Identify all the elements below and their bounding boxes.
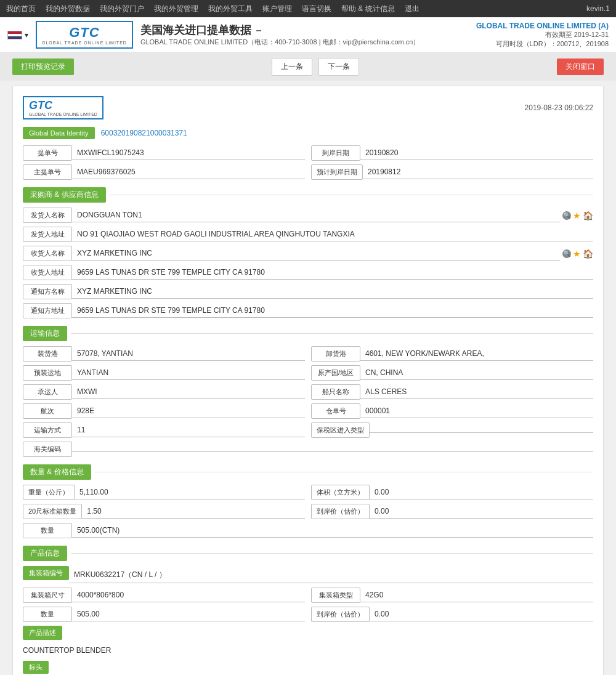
quantity-label: 数量 bbox=[23, 523, 72, 538]
nav-language[interactable]: 语言切换 bbox=[302, 1, 331, 17]
container-no-value: 000001 bbox=[360, 404, 593, 418]
consignee-home-icon[interactable]: 🏠 bbox=[583, 249, 593, 259]
user-info: kevin.1 bbox=[586, 4, 610, 13]
customs-code-value bbox=[72, 447, 593, 452]
header-title-area: 美国海关进口提单数据 － GLOBAL TRADE ONLINE LIMITED… bbox=[140, 23, 420, 47]
shipper-addr-label: 发货人地址 bbox=[23, 227, 72, 242]
title-dash: － bbox=[253, 24, 264, 36]
container-size-pair: 集装箱尺寸 4000*806*800 bbox=[23, 588, 305, 603]
shipper-star-icon[interactable]: ★ bbox=[573, 211, 581, 220]
quantity-section-title: 数量 & 价格信息 bbox=[23, 464, 91, 480]
title-text: 美国海关进口提单数据 bbox=[140, 24, 251, 36]
nav-help[interactable]: 帮助 & 统计信息 bbox=[341, 1, 395, 17]
main-content-card: GTC GLOBAL TRADE ONLINE LIMITED 2019-08-… bbox=[12, 86, 604, 675]
nav-tools[interactable]: 我的外贸工具 bbox=[208, 1, 253, 17]
loading-port-value: 57078, YANTIAN bbox=[72, 347, 305, 361]
trans-from-label: 预装运地 bbox=[23, 365, 72, 381]
transport-section-header: 运输信息 bbox=[23, 326, 593, 341]
std-container-value: 1.50 bbox=[82, 504, 305, 519]
flag-dropdown-icon[interactable]: ▾ bbox=[25, 31, 28, 39]
us-flag bbox=[7, 31, 22, 39]
loading-port-pair: 装货港 57078, YANTIAN bbox=[23, 346, 305, 362]
nav-logout[interactable]: 退出 bbox=[405, 1, 419, 17]
shipper-name-row: 发货人名称 DONGGUAN TON1 🔍 ★ 🏠 bbox=[23, 208, 593, 223]
transport-mode-value: 11 bbox=[72, 423, 305, 437]
nav-management[interactable]: 我的外贸管理 bbox=[154, 1, 198, 17]
consignee-icons: 🔍 ★ 🏠 bbox=[562, 249, 593, 259]
origin-label: 原产国/地区 bbox=[311, 365, 360, 381]
nav-home[interactable]: 我的首页 bbox=[6, 1, 36, 17]
supplier-section-line bbox=[110, 195, 593, 195]
origin-pair: 原产国/地区 CN, CHINA bbox=[311, 365, 593, 381]
volume-pair: 体积（立方米） 0.00 bbox=[311, 485, 593, 500]
global-data-identity-label: Global Data Identity bbox=[23, 127, 95, 139]
container-type-pair: 集装箱类型 42G0 bbox=[311, 588, 593, 603]
product-desc-value-row: COUNTERTOP BLENDER bbox=[23, 644, 593, 657]
weight-volume-row: 重量（公斤） 5,110.00 体积（立方米） 0.00 bbox=[23, 485, 593, 500]
bill-row: 提单号 MXWIFCL19075243 到岸日期 20190820 bbox=[23, 145, 593, 161]
weight-pair: 重量（公斤） 5,110.00 bbox=[23, 485, 305, 500]
port-row: 装货港 57078, YANTIAN 卸货港 4601, NEW YORK/NE… bbox=[23, 346, 593, 362]
arrival-date-pair: 到岸日期 20190820 bbox=[311, 145, 593, 161]
carrier-value: MXWI bbox=[72, 385, 305, 399]
contact-info: GLOBAL TRADE ONLINE LIMITED（电话：400-710-3… bbox=[140, 38, 420, 47]
transport-section-line bbox=[71, 333, 593, 334]
notify-name-value: XYZ MARKETING INC bbox=[72, 285, 593, 299]
product-section-title: 产品信息 bbox=[23, 546, 67, 561]
logo-text: GTC bbox=[69, 25, 99, 41]
card-date: 2019-08-23 09:06:22 bbox=[525, 103, 593, 112]
quantity-value: 505.00(CTN) bbox=[72, 523, 593, 538]
transport-mode-pair: 运输方式 11 bbox=[23, 422, 305, 438]
product-section-header: 产品信息 bbox=[23, 546, 593, 561]
language-selector[interactable]: ▾ bbox=[7, 31, 28, 39]
card-logo-sub: GLOBAL TRADE ONLINE LIMITED bbox=[29, 112, 97, 116]
shipper-search-icon[interactable]: 🔍 bbox=[562, 211, 571, 220]
loading-port-label: 装货港 bbox=[23, 346, 72, 362]
volume-label: 体积（立方米） bbox=[311, 485, 370, 500]
discharge-port-pair: 卸货港 4601, NEW YORK/NEWARK AREA, bbox=[311, 346, 593, 362]
consignee-name-value: XYZ MARKETING INC bbox=[72, 246, 560, 261]
ldr-info: 可用时段（LDR）：200712、201908 bbox=[476, 39, 609, 49]
site-logo[interactable]: GTC GLOBAL TRADE ONLINE LIMITED bbox=[36, 21, 133, 49]
carrier-vessel-row: 承运人 MXWI 船只名称 ALS CERES bbox=[23, 384, 593, 400]
nav-account[interactable]: 账户管理 bbox=[262, 1, 292, 17]
container-type-value: 42G0 bbox=[360, 588, 593, 602]
arrival-price-pair: 到岸价（估价） 0.00 bbox=[311, 504, 593, 519]
voyage-pair: 航次 928E bbox=[23, 403, 305, 419]
product-qty-label: 数量 bbox=[23, 607, 72, 622]
consignee-name-row: 收货人名称 XYZ MARKETING INC 🔍 ★ 🏠 bbox=[23, 246, 593, 261]
logo-subtext: GLOBAL TRADE ONLINE LIMITED bbox=[42, 41, 127, 45]
bonded-value bbox=[370, 427, 593, 433]
company-name: GLOBAL TRADE ONLINE LIMITED (A) bbox=[476, 22, 609, 30]
nav-trade-data[interactable]: 我的外贸数据 bbox=[46, 1, 90, 17]
transport-mode-label: 运输方式 bbox=[23, 422, 72, 438]
close-button[interactable]: 关闭窗口 bbox=[557, 59, 604, 75]
std-container-pair: 20尺标准箱数量 1.50 bbox=[23, 504, 305, 519]
page-title: 美国海关进口提单数据 － bbox=[140, 23, 420, 38]
consignee-addr-label: 收货人地址 bbox=[23, 265, 72, 280]
arrival-date-value: 20190820 bbox=[360, 146, 593, 160]
notify-name-label: 通知方名称 bbox=[23, 284, 72, 299]
nav-portal[interactable]: 我的外贸门户 bbox=[100, 1, 144, 17]
supplier-section-header: 采购商 & 供应商信息 bbox=[23, 187, 593, 203]
discharge-port-label: 卸货港 bbox=[311, 346, 360, 362]
consignee-star-icon[interactable]: ★ bbox=[573, 249, 581, 259]
notify-addr-row: 通知方地址 9659 LAS TUNAS DR STE 799 TEMPLE C… bbox=[23, 303, 593, 318]
estimated-arrival-pair: 预计到岸日期 20190812 bbox=[311, 164, 593, 180]
carrier-label: 承运人 bbox=[23, 384, 72, 400]
bill-no-label: 提单号 bbox=[23, 145, 72, 161]
prev-button[interactable]: 上一条 bbox=[272, 58, 312, 76]
consignee-search-icon[interactable]: 🔍 bbox=[562, 249, 571, 258]
estimated-arrival-value: 20190812 bbox=[363, 165, 593, 179]
master-bill-row: 主提单号 MAEU969376025 预计到岸日期 20190812 bbox=[23, 164, 593, 180]
shipper-icons: 🔍 ★ 🏠 bbox=[562, 211, 593, 220]
next-button[interactable]: 下一条 bbox=[318, 58, 359, 76]
product-price-pair: 到岸价（估价） 0.00 bbox=[311, 607, 593, 622]
master-bill-label: 主提单号 bbox=[23, 164, 72, 180]
shipper-home-icon[interactable]: 🏠 bbox=[583, 211, 593, 220]
weight-label: 重量（公斤） bbox=[23, 485, 75, 500]
print-button[interactable]: 打印预览记录 bbox=[12, 59, 74, 75]
volume-value: 0.00 bbox=[370, 485, 593, 499]
consignee-addr-row: 收货人地址 9659 LAS TUNAS DR STE 799 TEMPLE C… bbox=[23, 265, 593, 280]
consignee-name-label: 收货人名称 bbox=[23, 246, 72, 261]
